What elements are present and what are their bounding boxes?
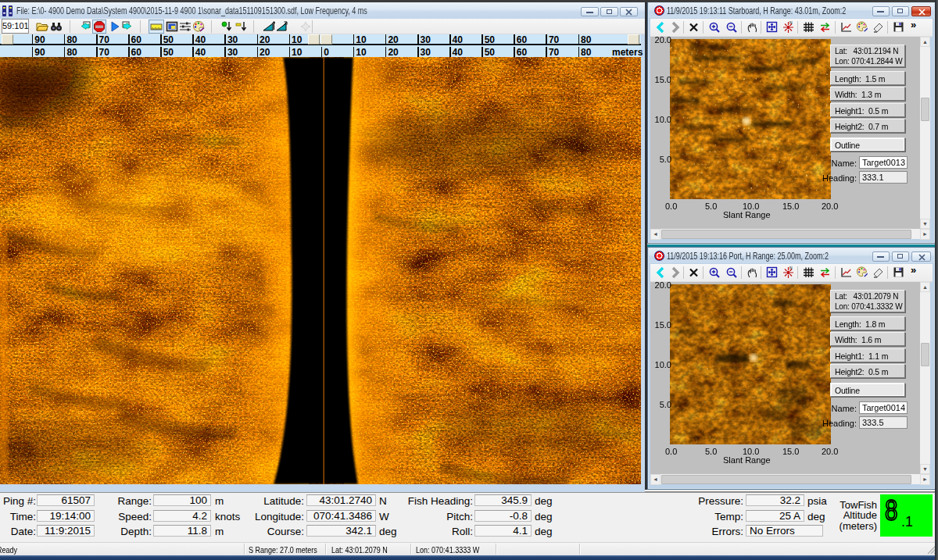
svg-text:N: N xyxy=(789,20,793,25)
svg-text:N: N xyxy=(789,266,793,270)
